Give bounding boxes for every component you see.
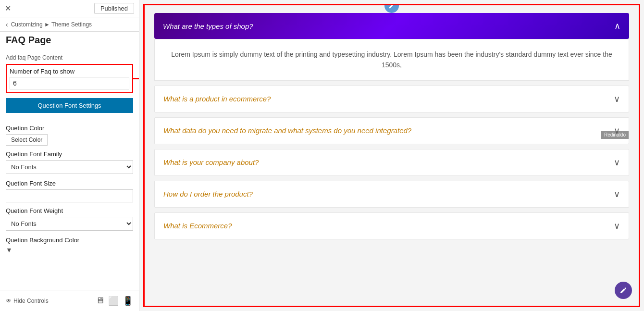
breadcrumb: Customizing ► Theme Settings xyxy=(11,21,92,28)
right-panel: What are the types of shop? ∧ Lorem Ipsu… xyxy=(139,0,644,311)
hide-controls-button[interactable]: 👁 Hide Controls xyxy=(6,298,49,304)
faq-item-4[interactable]: How do I order the product? ∨ xyxy=(154,181,629,208)
faq-question-4: How do I order the product? xyxy=(163,190,253,198)
font-size-label: Quetion Font Size xyxy=(6,180,133,187)
font-weight-select[interactable]: No Fonts xyxy=(6,217,133,231)
faq-item-active[interactable]: What are the types of shop? ∧ xyxy=(154,13,629,39)
font-size-input[interactable] xyxy=(6,189,133,202)
faq-question-1: What is a product in ecommerce? xyxy=(163,95,271,103)
font-family-select[interactable]: No Fonts xyxy=(6,160,133,174)
chevron-down-icon-2: ∨ xyxy=(614,125,620,136)
section-label: Add faq Page Content xyxy=(6,54,133,61)
top-edit-pencil[interactable] xyxy=(384,4,399,13)
faq-preview: What are the types of shop? ∧ Lorem Ipsu… xyxy=(143,4,640,307)
bg-color-label: Quetion Background Color xyxy=(6,236,133,244)
left-panel: ✕ Published ‹ Customizing ► Theme Settin… xyxy=(0,0,139,311)
chevron-down-icon-1: ∨ xyxy=(614,94,620,104)
font-settings-button[interactable]: Question Font Settings xyxy=(6,98,133,113)
faq-answer-text: Lorem Ipsum is simply dummy text of the … xyxy=(171,50,612,69)
scrollable-panel: Add faq Page Content Number of Faq to sh… xyxy=(0,50,139,290)
nav-bar: ‹ Customizing ► Theme Settings xyxy=(0,17,139,32)
breadcrumb-sep: ► xyxy=(44,21,51,28)
panel-title: FAQ Page xyxy=(0,32,139,50)
mobile-icon[interactable]: 📱 xyxy=(123,296,133,306)
select-color-button[interactable]: Select Color xyxy=(6,134,48,146)
device-icons: 🖥 ⬜ 📱 xyxy=(96,296,133,306)
breadcrumb-part2: Theme Settings xyxy=(51,21,92,28)
faq-item-2[interactable]: What data do you need to migrate and wha… xyxy=(154,117,629,144)
active-chevron-up-icon: ∧ xyxy=(614,21,620,31)
faq-count-label: Number of Faq to show xyxy=(10,68,129,75)
faq-question-3: What is your company about? xyxy=(163,158,259,166)
chevron-down-icon: ▼ xyxy=(6,246,12,254)
font-family-label: Quetion Font Family xyxy=(6,150,133,158)
chevron-down-icon-4: ∨ xyxy=(614,189,620,199)
faq-answer: Lorem Ipsum is simply dummy text of the … xyxy=(154,39,629,81)
bottom-edit-pencil[interactable] xyxy=(615,282,632,299)
active-faq-question: What are the types of shop? xyxy=(163,22,253,30)
eye-icon: 👁 xyxy=(6,298,12,304)
desktop-icon[interactable]: 🖥 xyxy=(96,296,104,306)
question-color-label: Quetion Color xyxy=(6,124,133,132)
bottom-bar: 👁 Hide Controls 🖥 ⬜ 📱 xyxy=(0,290,139,311)
faq-item-3[interactable]: What is your company about? ∨ xyxy=(154,149,629,176)
faq-item-5[interactable]: What is Ecommerce? ∨ xyxy=(154,212,629,239)
faq-question-2: What data do you need to migrate and wha… xyxy=(163,126,411,135)
faq-count-box: Number of Faq to show 6 xyxy=(6,64,133,93)
chevron-down-icon-5: ∨ xyxy=(614,221,620,231)
font-weight-label: Quetion Font Weight xyxy=(6,207,133,214)
tablet-icon[interactable]: ⬜ xyxy=(108,296,119,306)
faq-question-5: What is Ecommerce? xyxy=(163,222,232,230)
chevron-down-icon-3: ∨ xyxy=(614,157,620,168)
back-icon[interactable]: ‹ xyxy=(6,21,8,28)
faq-item-1[interactable]: What is a product in ecommerce? ∨ xyxy=(154,86,629,112)
close-icon[interactable]: ✕ xyxy=(5,4,11,13)
published-button[interactable]: Published xyxy=(94,3,134,14)
top-bar: ✕ Published xyxy=(0,0,139,17)
breadcrumb-part1: Customizing xyxy=(11,21,43,28)
faq-count-input[interactable]: 6 xyxy=(10,77,129,89)
